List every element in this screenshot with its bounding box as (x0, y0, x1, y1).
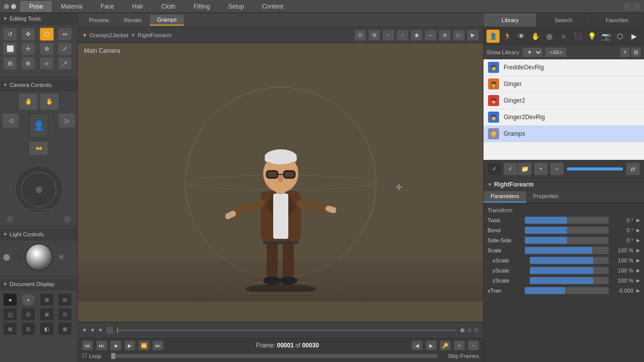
nav-material[interactable]: Material (52, 1, 92, 12)
doc-btn-10[interactable]: ⊟ (21, 322, 35, 335)
nav-content[interactable]: Content (253, 1, 292, 12)
lib-item-gramps[interactable]: 👴 Gramps (484, 126, 644, 142)
tl-dot-2[interactable] (467, 328, 472, 333)
lib-icon-cube[interactable]: ⬡ (613, 30, 626, 43)
lib-arrange-btn[interactable]: ⊞ (631, 47, 641, 57)
breadcrumb-item2[interactable]: RightForearm (138, 32, 172, 38)
vp-tool-8[interactable]: ▷ (453, 30, 465, 41)
timeline-bar[interactable] (116, 329, 457, 331)
lib-tab-library[interactable]: Library (484, 13, 537, 27)
lib-icon-runner[interactable]: 🏃 (501, 30, 514, 43)
lib-action-folder[interactable]: 📁 (518, 162, 532, 175)
tool-joint[interactable]: ⊕ (40, 42, 54, 55)
yscale-slider[interactable] (530, 267, 609, 274)
tl-dot-1[interactable] (460, 328, 465, 333)
props-expand-arrow[interactable]: ▼ (488, 182, 492, 187)
tl-end[interactable]: ⏭ (152, 340, 164, 350)
sideside-slider[interactable] (525, 237, 609, 244)
viewport-area[interactable]: Main Camera ✛ (78, 43, 483, 322)
tab-render[interactable]: Render (117, 15, 149, 25)
lib-item-ginger[interactable]: 👧 Ginger (484, 76, 644, 93)
tool-ik[interactable]: ⌾ (40, 57, 54, 70)
doc-btn-8[interactable]: ⊡ (58, 308, 72, 321)
vp-tool-7[interactable]: ⊕ (439, 30, 451, 41)
lib-item-ginger2[interactable]: 👧 Ginger2 (484, 93, 644, 109)
vp-tool-5[interactable]: ◉ (411, 30, 423, 41)
tool-resize[interactable]: ⇔ (58, 28, 72, 41)
window-btn-2[interactable] (633, 3, 640, 10)
nav-hair[interactable]: Hair (123, 1, 152, 12)
tl-nav-back[interactable]: ◀ (412, 340, 423, 350)
sideside-expand[interactable]: ▶ (636, 238, 640, 243)
doc-btn-11[interactable]: ◧ (40, 322, 54, 335)
bend-expand[interactable]: ▶ (636, 228, 640, 233)
tool-twist[interactable]: ↗ (58, 57, 72, 70)
scale-slider[interactable] (525, 247, 609, 254)
doc-btn-9[interactable]: ⊞ (3, 322, 17, 335)
tab-gramps[interactable]: Gramps (150, 15, 184, 26)
light-sphere[interactable] (25, 243, 53, 271)
nav-fitting[interactable]: Fitting (185, 1, 219, 12)
tool-frame[interactable]: ⬜ (3, 42, 17, 55)
lib-tab-favorites[interactable]: Favorites (591, 13, 644, 27)
lib-icon-body[interactable]: 👁 (515, 30, 528, 43)
tool-grid[interactable]: ⊞ (3, 57, 17, 70)
window-btn-1[interactable] (624, 3, 631, 10)
lib-item-ginger2devrig[interactable]: 🧑 Ginger2DevRig (484, 109, 644, 126)
orbit-sphere[interactable]: ⊕ (15, 165, 63, 213)
lib-library-dropdown[interactable]: ▼ (522, 47, 543, 57)
cam-dot-left[interactable] (6, 215, 14, 223)
lib-icon-more[interactable]: ▶ (627, 30, 640, 43)
lib-action-remove[interactable]: − (550, 162, 564, 175)
nav-pose[interactable]: Pose (20, 1, 52, 12)
vp-tool-6[interactable]: — (425, 30, 437, 41)
cam-hands-icon[interactable]: 👐 (29, 141, 48, 155)
lib-icon-square[interactable]: ⬛ (571, 30, 584, 43)
light-star[interactable]: ✳ (58, 252, 64, 262)
xtran-expand[interactable]: ▶ (636, 288, 640, 293)
tl-dot-3[interactable] (474, 328, 479, 333)
lib-item-freddie[interactable]: 🧑 FreddleDevRig (484, 59, 644, 76)
tl-arrow-down3[interactable]: ▼ (98, 327, 103, 333)
xscale-expand[interactable]: ▶ (636, 258, 640, 263)
tl-arrow-down2[interactable]: ▼ (90, 327, 95, 333)
vp-tool-1[interactable]: ⊡ (354, 30, 366, 41)
lib-tab-search[interactable]: Search (537, 13, 590, 27)
frame-total[interactable]: 00030 (302, 342, 319, 349)
xtran-slider[interactable] (525, 287, 609, 294)
bend-slider[interactable] (525, 227, 609, 234)
nav-face[interactable]: Face (92, 1, 123, 12)
lib-icon-ring[interactable]: ◎ (543, 30, 556, 43)
cam-hand-left[interactable]: 🤚 (19, 93, 38, 110)
vp-tool-2[interactable]: ⊞ (368, 30, 380, 41)
cam-hand-right[interactable]: ✋ (40, 93, 59, 110)
cam-orbit-prev[interactable]: ◁ (2, 113, 19, 128)
doc-btn-12[interactable]: ⊠ (58, 322, 72, 335)
tl-step-fwd[interactable]: ⏩ (138, 340, 149, 350)
light-dot-2[interactable] (13, 254, 20, 261)
doc-solid[interactable]: ■ (3, 293, 17, 306)
lib-icon-hand[interactable]: ✋ (529, 30, 542, 43)
lib-all-button[interactable]: <All> (545, 47, 567, 57)
doc-grid-2[interactable]: ⊟ (58, 293, 72, 306)
doc-btn-7[interactable]: ⊠ (40, 308, 54, 321)
tool-select[interactable]: ⬡ (40, 28, 54, 41)
vp-tool-4[interactable]: ○ (396, 30, 409, 41)
lib-icon-people[interactable]: 👤 (487, 30, 500, 43)
lib-action-check2[interactable]: ✓ (504, 162, 518, 175)
doc-btn-5[interactable]: ◫ (3, 308, 17, 321)
vp-tool-3[interactable]: ○ (382, 30, 394, 41)
tl-add[interactable]: + (454, 340, 465, 350)
lib-action-transfer[interactable]: ⇄ (626, 162, 640, 175)
lib-add-btn[interactable]: + (620, 47, 630, 57)
cam-dot-right[interactable] (63, 215, 71, 223)
tool-pin[interactable]: ✛ (21, 42, 35, 55)
nav-setup[interactable]: Setup (219, 1, 253, 12)
xscale-slider[interactable] (530, 257, 609, 264)
twist-slider[interactable] (525, 217, 609, 224)
zscale-expand[interactable]: ▶ (636, 278, 640, 283)
tool-move[interactable]: ✥ (21, 28, 35, 41)
scrub-handle[interactable] (111, 353, 115, 359)
yscale-expand[interactable]: ▶ (636, 268, 640, 273)
lib-icon-circle2[interactable]: ○ (557, 30, 570, 43)
